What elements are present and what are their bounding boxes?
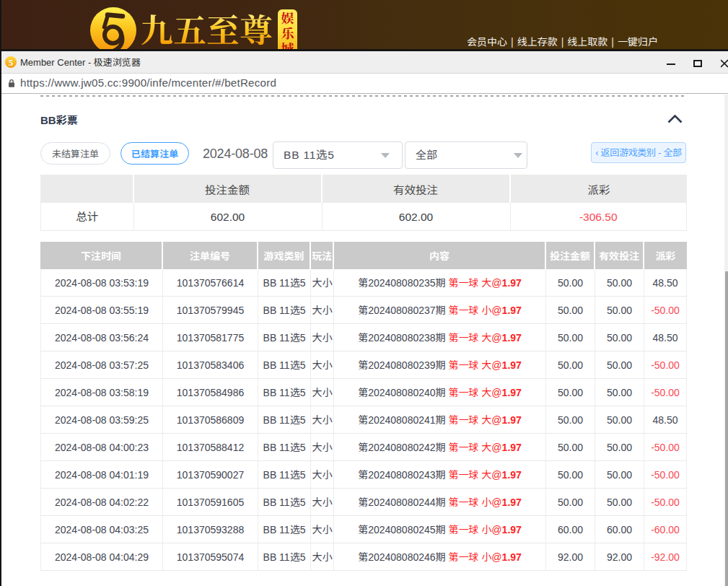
- svg-text:5: 5: [9, 57, 14, 68]
